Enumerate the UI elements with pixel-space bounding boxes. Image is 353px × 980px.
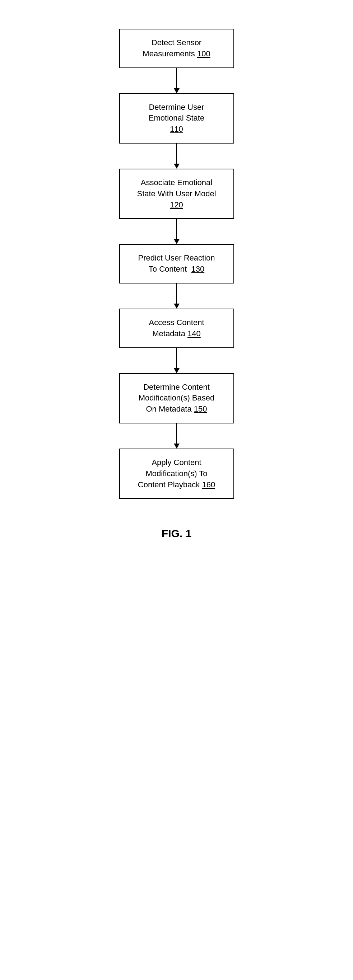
box-150-text: Determine ContentModification(s) BasedOn… bbox=[139, 382, 215, 414]
arrow-line-5 bbox=[176, 348, 177, 368]
arrow-head-1 bbox=[174, 88, 180, 93]
arrow-line-3 bbox=[176, 219, 177, 239]
box-110-number: 110 bbox=[170, 124, 183, 134]
box-120-text: Associate EmotionalState With User Model… bbox=[137, 178, 216, 209]
box-140-number: 140 bbox=[187, 329, 201, 338]
box-100-number: 100 bbox=[197, 49, 211, 58]
arrow-head-3 bbox=[174, 239, 180, 244]
box-110: Determine UserEmotional State110 bbox=[119, 93, 234, 143]
box-140: Access ContentMetadata 140 bbox=[119, 309, 234, 348]
box-130-number: 130 bbox=[191, 264, 204, 274]
box-160: Apply ContentModification(s) ToContent P… bbox=[119, 449, 234, 499]
arrow-head-6 bbox=[174, 444, 180, 449]
arrow-line-1 bbox=[176, 68, 177, 88]
arrow-3 bbox=[174, 219, 180, 244]
box-140-text: Access ContentMetadata 140 bbox=[149, 318, 204, 338]
box-100-text: Detect SensorMeasurements 100 bbox=[142, 38, 210, 58]
box-150-number: 150 bbox=[194, 404, 207, 414]
arrow-head-5 bbox=[174, 368, 180, 373]
box-130: Predict User ReactionTo Content 130 bbox=[119, 244, 234, 283]
arrow-2 bbox=[174, 143, 180, 169]
arrow-6 bbox=[174, 423, 180, 449]
arrow-head-2 bbox=[174, 164, 180, 169]
box-120: Associate EmotionalState With User Model… bbox=[119, 169, 234, 219]
box-160-number: 160 bbox=[202, 480, 215, 489]
box-100: Detect SensorMeasurements 100 bbox=[119, 29, 234, 68]
box-120-number: 120 bbox=[170, 200, 183, 209]
arrow-1 bbox=[174, 68, 180, 93]
box-130-text: Predict User ReactionTo Content 130 bbox=[138, 253, 215, 274]
arrow-line-2 bbox=[176, 143, 177, 164]
arrow-head-4 bbox=[174, 304, 180, 309]
box-150: Determine ContentModification(s) BasedOn… bbox=[119, 373, 234, 423]
box-160-text: Apply ContentModification(s) ToContent P… bbox=[138, 458, 215, 489]
figure-label: FIG. 1 bbox=[161, 528, 192, 540]
box-110-text: Determine UserEmotional State110 bbox=[149, 103, 204, 134]
arrow-5 bbox=[174, 348, 180, 373]
diagram-container: Detect SensorMeasurements 100 Determine … bbox=[69, 0, 284, 568]
arrow-4 bbox=[174, 283, 180, 309]
arrow-line-6 bbox=[176, 423, 177, 444]
arrow-line-4 bbox=[176, 283, 177, 304]
